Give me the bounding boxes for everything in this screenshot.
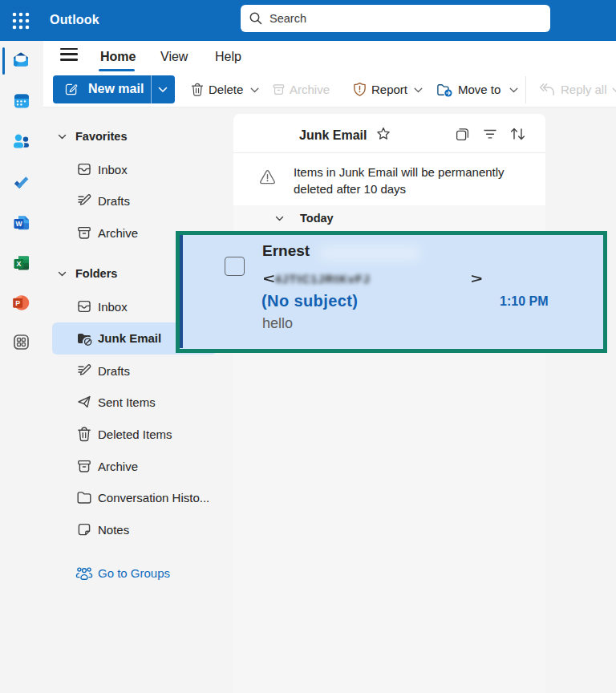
svg-text:X: X	[17, 260, 22, 268]
svg-text:P: P	[15, 299, 20, 307]
svg-text:W: W	[15, 220, 22, 228]
